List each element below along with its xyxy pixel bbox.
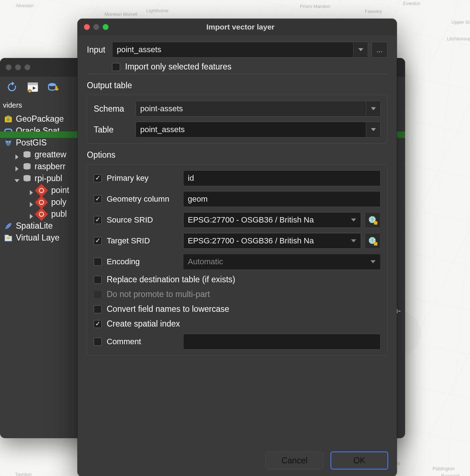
table-value: point_assets <box>140 125 185 134</box>
close-dot-inactive[interactable] <box>6 64 12 70</box>
chevron-right-icon <box>14 152 19 157</box>
lowercase-label: Convert field names to lowercase <box>107 304 229 314</box>
chevron-down-icon <box>14 176 19 181</box>
schema-label: publ <box>51 209 67 219</box>
spatialite-icon <box>4 221 13 231</box>
geopackage-icon <box>4 114 13 124</box>
svg-point-7 <box>6 141 8 142</box>
chevron-right-icon <box>14 164 19 169</box>
map-label: Lighthorne <box>146 8 168 13</box>
replace-table-label: Replace destination table (if exists) <box>107 275 235 284</box>
target-srid-label: Target SRID <box>107 236 150 246</box>
chevron-down-icon[interactable] <box>366 122 380 137</box>
encoding-combo[interactable]: Automatic <box>183 254 381 270</box>
primary-key-label: Primary key <box>107 174 148 183</box>
source-srid-checkbox[interactable] <box>94 216 102 224</box>
source-srid-combo[interactable]: EPSG:27700 - OSGB36 / British Na <box>183 212 361 228</box>
map-label: Priors Marston <box>300 4 331 9</box>
map-label: Alveston <box>16 3 34 8</box>
database-icon <box>22 162 32 171</box>
provider-label: GeoPackage <box>16 114 64 124</box>
sql-window-icon[interactable] <box>26 80 40 94</box>
map-label: Everdon <box>403 1 420 6</box>
encoding-checkbox[interactable] <box>94 258 102 266</box>
geometry-column-checkbox[interactable] <box>94 195 102 203</box>
svg-rect-13 <box>374 221 377 225</box>
schema-icon <box>35 196 48 209</box>
chevron-right-icon <box>29 212 34 217</box>
comment-checkbox[interactable] <box>94 338 102 346</box>
map-label: Fawsley <box>365 9 382 14</box>
dialog-titlebar[interactable]: Import vector layer <box>77 19 397 35</box>
chevron-down-icon[interactable] <box>366 254 380 269</box>
map-label: Piddington <box>433 466 455 471</box>
target-srid-combo[interactable]: EPSG:27700 - OSGB36 / British Na <box>183 233 361 249</box>
svg-point-8 <box>9 141 10 142</box>
primary-key-checkbox[interactable] <box>94 174 102 182</box>
options-label: Options <box>87 150 387 160</box>
svg-point-2 <box>28 90 31 93</box>
input-layer-combo[interactable]: point_assets <box>112 42 368 58</box>
database-icon <box>22 150 32 160</box>
comment-input[interactable] <box>183 334 381 350</box>
chevron-down-icon[interactable] <box>346 212 361 228</box>
import-selected-checkbox[interactable] <box>112 63 120 71</box>
map-label: Boarstall <box>441 473 460 476</box>
chevron-right-icon <box>29 200 34 205</box>
source-srid-picker-button[interactable] <box>365 212 381 228</box>
no-multipart-label: Do not promote to multi-part <box>107 289 210 299</box>
lowercase-checkbox[interactable] <box>94 305 102 313</box>
schema-label: poly <box>51 197 66 207</box>
chevron-down-icon[interactable] <box>346 233 361 248</box>
input-label: Input <box>87 45 112 55</box>
database-icon <box>22 174 32 183</box>
import-layer-icon[interactable] <box>47 80 61 94</box>
geometry-column-input[interactable]: geom <box>183 191 381 207</box>
output-table-label: Output table <box>87 81 387 90</box>
min-dot-inactive[interactable] <box>15 64 21 70</box>
input-layer-value: point_assets <box>117 45 161 54</box>
encoding-label: Encoding <box>107 257 140 266</box>
schema-value: point-assets <box>140 104 183 113</box>
replace-table-checkbox[interactable] <box>94 276 102 284</box>
cancel-button[interactable]: Cancel <box>266 452 323 470</box>
target-srid-checkbox[interactable] <box>94 237 102 245</box>
schema-label: Schema <box>94 104 136 114</box>
dialog-title: Import vector layer <box>112 23 390 31</box>
geometry-column-label: Geometry column <box>107 194 169 204</box>
primary-key-input[interactable]: id <box>183 170 381 186</box>
import-vector-layer-dialog: Import vector layer Input point_assets .… <box>77 19 397 476</box>
map-label: Moreton Morrell <box>105 12 137 17</box>
map-label: Litchborough <box>447 36 470 41</box>
provider-label: Virtual Laye <box>16 233 59 243</box>
schema-icon <box>35 207 48 221</box>
target-srid-picker-button[interactable] <box>365 233 381 249</box>
minimize-icon[interactable] <box>93 24 99 30</box>
refresh-icon[interactable] <box>5 80 19 94</box>
close-icon[interactable] <box>84 24 90 30</box>
postgis-icon <box>4 138 13 148</box>
table-combo[interactable]: point_assets <box>136 122 381 138</box>
svg-point-3 <box>49 83 56 86</box>
source-srid-label: Source SRID <box>107 215 153 225</box>
output-table-group: Schema point-assets Table point_assets <box>87 95 387 144</box>
dialog-button-bar: Cancel OK <box>266 452 388 470</box>
browse-button[interactable]: ... <box>372 42 387 58</box>
connection-label: greattew <box>35 150 66 160</box>
virtual-layers-icon <box>4 233 13 243</box>
connection-label: rpi-publ <box>35 174 62 183</box>
schema-label: point <box>51 185 69 195</box>
import-selected-label: Import only selected features <box>125 62 231 72</box>
zoom-icon[interactable] <box>103 24 108 30</box>
spatial-index-checkbox[interactable] <box>94 320 102 328</box>
ok-button[interactable]: OK <box>331 452 388 470</box>
map-label: Upper St <box>451 19 470 25</box>
chevron-down-icon[interactable] <box>353 42 368 57</box>
spatial-index-label: Create spatial index <box>107 319 180 329</box>
map-label: Taynton <box>15 472 32 476</box>
chevron-down-icon[interactable] <box>366 101 380 116</box>
svg-rect-1 <box>28 82 38 85</box>
schema-combo[interactable]: point-assets <box>136 101 381 117</box>
provider-label: PostGIS <box>16 138 47 148</box>
max-dot-inactive[interactable] <box>25 64 30 70</box>
